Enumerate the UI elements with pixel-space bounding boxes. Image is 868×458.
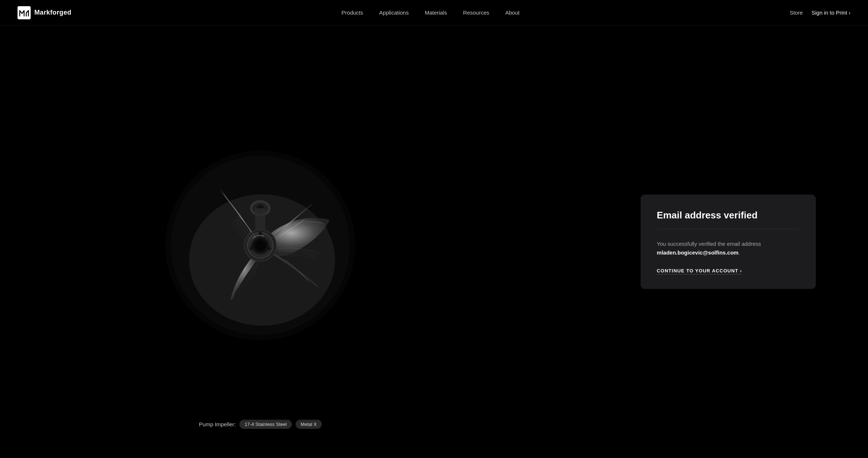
svg-point-12 xyxy=(255,240,265,251)
product-label-prefix: Pump Impeller: xyxy=(199,421,236,427)
nav-item-products[interactable]: Products xyxy=(335,9,370,16)
svg-point-15 xyxy=(250,247,253,250)
svg-point-14 xyxy=(267,247,271,250)
hero-section: Pump Impeller: 17-4 Stainless Steel Meta… xyxy=(0,26,868,458)
main-content: Pump Impeller: 17-4 Stainless Steel Meta… xyxy=(0,0,868,458)
svg-rect-20 xyxy=(255,208,265,230)
nav-link-products[interactable]: Products xyxy=(335,7,370,19)
store-link[interactable]: Store xyxy=(790,9,803,16)
nav-right: Store Sign in to Print › xyxy=(790,9,850,16)
product-image-container: Pump Impeller: 17-4 Stainless Steel Meta… xyxy=(0,26,521,458)
nav-links: Products Applications Materials Resource… xyxy=(335,9,526,16)
nav-link-resources[interactable]: Resources xyxy=(457,7,496,19)
card-email: mladen.bogicevic@solfins.com xyxy=(657,249,738,255)
signin-link[interactable]: Sign in to Print › xyxy=(811,9,850,16)
markforged-logo-icon xyxy=(18,6,31,19)
continue-account-link[interactable]: CONTINUE TO YOUR ACCOUNT › xyxy=(657,268,742,274)
card-divider xyxy=(657,229,800,229)
card-description-prefix: You successfully verified the email addr… xyxy=(657,240,761,247)
card-description: You successfully verified the email addr… xyxy=(657,239,800,257)
nav-link-about[interactable]: About xyxy=(499,7,526,19)
card-title: Email address verified xyxy=(657,209,800,222)
nav-link-materials[interactable]: Materials xyxy=(418,7,454,19)
product-label: Pump Impeller: 17-4 Stainless Steel Meta… xyxy=(199,420,322,429)
nav-item-about[interactable]: About xyxy=(499,9,526,16)
logo-link[interactable]: Markforged xyxy=(18,6,72,19)
verification-card: Email address verified You successfully … xyxy=(641,195,816,289)
product-tag-material: 17-4 Stainless Steel xyxy=(239,420,292,429)
product-image xyxy=(154,140,366,351)
nav-item-applications[interactable]: Applications xyxy=(373,9,415,16)
navbar: Markforged Products Applications Materia… xyxy=(0,0,868,26)
nav-item-resources[interactable]: Resources xyxy=(457,9,496,16)
brand-name: Markforged xyxy=(34,9,72,16)
nav-link-applications[interactable]: Applications xyxy=(373,7,415,19)
nav-item-materials[interactable]: Materials xyxy=(418,9,454,16)
product-tag-printer: Metal X xyxy=(296,420,322,429)
card-description-suffix: . xyxy=(738,249,740,255)
impeller-illustration xyxy=(154,140,366,351)
